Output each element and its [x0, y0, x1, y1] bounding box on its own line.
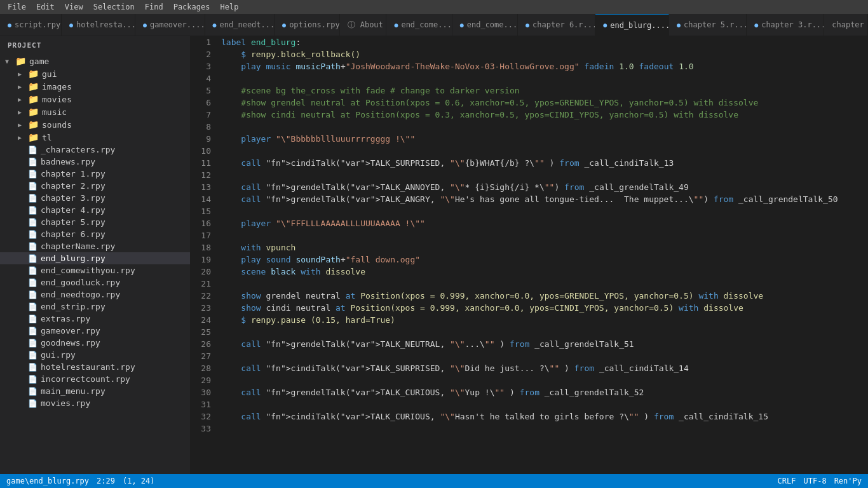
code-line: show cindi neutral at Position(xpos = 0.… [221, 302, 863, 314]
folder-icon: 📁 [15, 56, 26, 66]
tab-end-come-2[interactable]: ●end_come... [452, 14, 518, 36]
tab-hotelresta[interactable]: ●hotelresta... [62, 14, 135, 36]
sidebar-file-movies-rpy[interactable]: ▶📄movies.rpy [0, 397, 190, 409]
sidebar-item-label: end_goodluck.rpy [41, 278, 120, 287]
line-number: 13 [196, 181, 211, 193]
sidebar-item-label: end_comewithyou.rpy [41, 266, 135, 275]
file-icon: 📄 [28, 351, 37, 360]
sidebar-file-chapter-6-rpy[interactable]: ▶📄chapter 6.rpy [0, 228, 190, 240]
sidebar-file-gui-rpy[interactable]: ▶📄gui.rpy [0, 349, 190, 361]
sidebar-file-hotelrestaurant-rpy[interactable]: ▶📄hotelrestaurant.rpy [0, 361, 190, 373]
sidebar-file-chapter-1-rpy[interactable]: ▶📄chapter 1.rpy [0, 168, 190, 180]
menu-edit[interactable]: Edit [31, 1, 60, 13]
sidebar-item-label: chapter 6.rpy [41, 229, 105, 239]
editor-content[interactable]: 1234567891011121314151617181920212223242… [191, 36, 868, 474]
file-icon: 📄 [28, 242, 37, 251]
status-file: game\end_blurg.rpy [6, 477, 89, 485]
menu-help[interactable]: Help [215, 1, 243, 13]
menu-find[interactable]: Find [140, 1, 168, 13]
sidebar-file-end-goodluck-rpy[interactable]: ▶📄end_goodluck.rpy [0, 276, 190, 288]
sidebar-file-end-blurg-rpy[interactable]: ▶📄end_blurg.rpy [0, 252, 190, 264]
tab-end-needt[interactable]: ●end_needt... [205, 14, 275, 36]
code-line [221, 398, 863, 410]
sidebar-item-label: chapter 4.rpy [41, 205, 105, 215]
sidebar-file-gameover-rpy[interactable]: ▶📄gameover.rpy [0, 325, 190, 337]
line-number: 18 [196, 241, 211, 254]
sidebar-file-goodnews-rpy[interactable]: ▶📄goodnews.rpy [0, 337, 190, 349]
code-line: player "\"FFFLLLAAAAALLLUUUAAAAA !\"" [221, 217, 863, 229]
sidebar-file-end-comewithyou-rpy[interactable]: ▶📄end_comewithyou.rpy [0, 264, 190, 276]
file-icon: 📄 [28, 206, 37, 215]
code-line [221, 229, 863, 241]
code-line: call "fn">cindiTalk("var">TALK_SURPRISED… [221, 362, 863, 374]
sidebar-item-label: music [42, 107, 67, 117]
line-number: 15 [196, 205, 211, 217]
code-line [221, 169, 863, 181]
sidebar-file-chapterName-rpy[interactable]: ▶📄chapterName.rpy [0, 240, 190, 252]
tab-chapter6[interactable]: ●chapter 6.r... [518, 14, 595, 36]
sidebar-item-label: incorrectcount.rpy [41, 374, 130, 384]
sidebar-item-label: end_strip.rpy [41, 302, 105, 311]
sidebar-item-label: _characters.rpy [41, 145, 115, 154]
sidebar-file-main-menu-rpy[interactable]: ▶📄main_menu.rpy [0, 385, 190, 397]
sidebar-file-incorrectcount-rpy[interactable]: ▶📄incorrectcount.rpy [0, 373, 190, 385]
sidebar-item-label: chapter 2.rpy [41, 181, 105, 191]
status-cursor: (1, 24) [123, 477, 155, 485]
code-area[interactable]: label end_blurg: $ renpy.block_rollback(… [216, 36, 868, 474]
sidebar-folder-movies[interactable]: ▶ 📁 movies [0, 93, 190, 105]
sidebar-item-label: movies [42, 95, 72, 104]
code-line: call "fn">grendelTalk("var">TALK_ANNOYED… [221, 181, 863, 193]
file-icon: 📄 [28, 254, 37, 263]
menu-packages[interactable]: Packages [168, 1, 215, 13]
sidebar-item-label: badnews.rpy [41, 157, 95, 166]
sidebar-folder-tl[interactable]: ▶ 📁 tl [0, 131, 190, 144]
line-numbers: 1234567891011121314151617181920212223242… [191, 36, 216, 474]
code-line: call "fn">grendelTalk("var">TALK_ANGRY, … [221, 193, 863, 205]
tab-chapter3[interactable]: ●chapter 3.r... [747, 14, 824, 36]
tab-options-rpy[interactable]: ●options.rpy [275, 14, 340, 36]
sidebar-file-end-needtogo-rpy[interactable]: ▶📄end_needtogo.rpy [0, 288, 190, 301]
folder-icon: 📁 [28, 94, 39, 104]
tab-chapter[interactable]: chapter [824, 14, 868, 36]
menu-file[interactable]: File [3, 1, 31, 13]
tab-chapter5[interactable]: ●chapter 5.r... [669, 14, 747, 36]
sidebar-folder-gui[interactable]: ▶ 📁 gui [0, 67, 190, 80]
tab-gameover[interactable]: ●gameover.... [135, 14, 205, 36]
tab-about[interactable]: ⓘ About [340, 14, 386, 36]
folder-icon: 📁 [28, 119, 39, 130]
sidebar-file-chapter-2-rpy[interactable]: ▶📄chapter 2.rpy [0, 180, 190, 192]
sidebar-file-chapter-4-rpy[interactable]: ▶📄chapter 4.rpy [0, 204, 190, 216]
sidebar-folder-sounds[interactable]: ▶ 📁 sounds [0, 118, 190, 131]
sidebar-item-label: hotelrestaurant.rpy [41, 362, 135, 372]
tab-end-come-1[interactable]: ●end_come... [386, 14, 452, 36]
line-number: 8 [196, 121, 211, 133]
code-line: $ renpy.pause (0.15, hard=True) [221, 314, 863, 326]
code-line: #show grendel neutral at Position(xpos =… [221, 97, 863, 109]
file-icon: 📄 [28, 266, 37, 275]
line-number: 5 [196, 85, 211, 97]
sidebar-folder-music[interactable]: ▶ 📁 music [0, 105, 190, 118]
sidebar-item-label: chapter 5.rpy [41, 217, 105, 227]
menu-selection[interactable]: Selection [88, 1, 140, 13]
status-position: 2:29 [97, 477, 115, 485]
line-number: 16 [196, 217, 211, 229]
line-number: 29 [196, 374, 211, 386]
sidebar-folder-images[interactable]: ▶ 📁 images [0, 80, 190, 93]
main-layout: Project ▼ 📁 game ▶ 📁 gui ▶ 📁 images ▶ 📁 … [0, 36, 868, 474]
code-line: #show cindi neutral at Position(xpos = 0… [221, 109, 863, 121]
tab-end-blurg[interactable]: ●end_blurg.... [595, 14, 669, 36]
folder-icon: 📁 [28, 69, 39, 79]
code-line [221, 350, 863, 362]
sidebar-folder-game[interactable]: ▼ 📁 game [0, 55, 190, 67]
sidebar-item-label: end_blurg.rpy [41, 254, 105, 263]
tab-script-rpy[interactable]: ●script.rpy [0, 14, 62, 36]
menu-view[interactable]: View [60, 1, 88, 13]
sidebar-file-end-strip-rpy[interactable]: ▶📄end_strip.rpy [0, 301, 190, 313]
sidebar-file-extras-rpy[interactable]: ▶📄extras.rpy [0, 313, 190, 325]
sidebar-file-badnews-rpy[interactable]: ▶📄badnews.rpy [0, 156, 190, 168]
sidebar-file--characters-rpy[interactable]: ▶📄_characters.rpy [0, 144, 190, 156]
sidebar-item-label: gui [42, 69, 57, 79]
sidebar-file-chapter-3-rpy[interactable]: ▶📄chapter 3.rpy [0, 192, 190, 204]
sidebar-item-label: sounds [42, 120, 72, 130]
sidebar-file-chapter-5-rpy[interactable]: ▶📄chapter 5.rpy [0, 216, 190, 228]
